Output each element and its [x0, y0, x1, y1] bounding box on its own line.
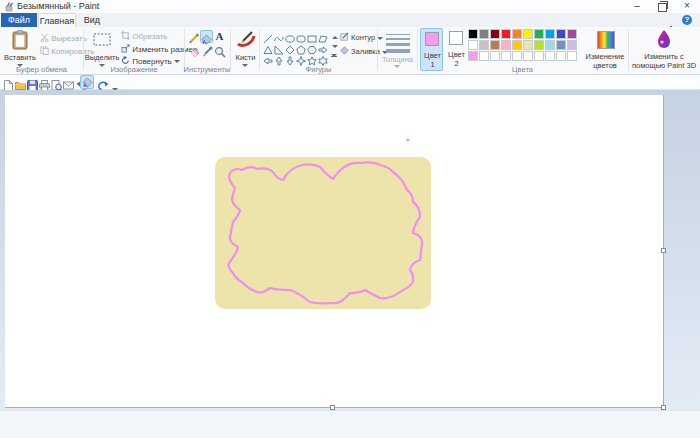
paint-window: Безымянный - Paint – × Файл Главная Вид …	[0, 0, 700, 438]
shape-pentagon-icon[interactable]	[296, 41, 306, 51]
shape-hexagon-icon[interactable]	[307, 41, 317, 51]
thickness-button[interactable]: Толщина	[379, 28, 416, 71]
shapes-more-button[interactable]	[331, 48, 337, 57]
palette-color[interactable]	[468, 29, 478, 39]
shape-four-point-star-icon[interactable]	[296, 52, 306, 62]
tab-home[interactable]: Главная	[38, 13, 76, 27]
text-tool[interactable]: A	[213, 30, 226, 43]
edit-with-paint3d-button[interactable]: Изменить с помощью Paint 3D	[630, 28, 698, 71]
palette-color[interactable]	[567, 40, 577, 50]
pencil-icon	[188, 32, 200, 44]
palette-color[interactable]	[501, 40, 511, 50]
print-preview-button[interactable]	[51, 77, 62, 88]
send-email-button[interactable]	[63, 77, 74, 88]
palette-color[interactable]	[567, 29, 577, 39]
close-button[interactable]: ×	[676, 0, 698, 13]
shape-rectangle-icon[interactable]	[307, 30, 317, 40]
clipboard-group-label: Буфер обмена	[0, 65, 83, 74]
shape-line-icon[interactable]	[263, 30, 273, 40]
shape-left-arrow-icon[interactable]	[263, 52, 273, 62]
shape-polygon-icon[interactable]	[318, 30, 328, 40]
color2-swatch	[449, 31, 463, 45]
palette-color[interactable]	[468, 40, 478, 50]
fill-color-icon	[82, 77, 93, 88]
shape-six-point-star-icon[interactable]	[318, 52, 328, 62]
shape-rounded-rectangle-icon[interactable]	[296, 30, 306, 40]
palette-color[interactable]	[523, 29, 533, 39]
open-button[interactable]	[15, 77, 26, 88]
shape-right-arrow-icon[interactable]	[318, 41, 328, 51]
minimize-button[interactable]: –	[626, 0, 648, 13]
shape-triangle-icon[interactable]	[263, 41, 273, 51]
palette-color[interactable]	[490, 51, 500, 61]
palette-color[interactable]	[512, 40, 522, 50]
cut-label: Вырезать	[51, 34, 87, 43]
brushes-button[interactable]: Кисти	[232, 28, 259, 71]
palette-color[interactable]	[479, 40, 489, 50]
palette-color[interactable]	[490, 29, 500, 39]
eraser-icon	[188, 46, 200, 58]
palette-color[interactable]	[556, 40, 566, 50]
print-button[interactable]	[39, 77, 50, 88]
paint-app-icon	[4, 2, 14, 12]
palette-color[interactable]	[545, 29, 555, 39]
palette-color[interactable]	[556, 51, 566, 61]
edit-colors-button[interactable]: Изменение цветов	[583, 28, 627, 71]
color1-button[interactable]: Цвет 1	[420, 28, 443, 71]
palette-color[interactable]	[490, 40, 500, 50]
palette-color[interactable]	[534, 29, 544, 39]
magnifier-tool[interactable]	[213, 44, 226, 57]
palette-color[interactable]	[479, 51, 489, 61]
text-tool-icon: A	[216, 30, 224, 42]
fill-tool-selected[interactable]	[200, 30, 213, 43]
palette-color[interactable]	[545, 40, 555, 50]
select-region-icon	[93, 33, 111, 46]
pencil-tool[interactable]	[187, 30, 200, 43]
palette-color[interactable]	[468, 51, 478, 61]
palette-color[interactable]	[567, 51, 577, 61]
resize-button[interactable]: Изменить размер	[121, 44, 197, 55]
shape-down-arrow-icon[interactable]	[285, 52, 295, 62]
palette-color[interactable]	[501, 51, 511, 61]
palette-color[interactable]	[534, 40, 544, 50]
palette-color[interactable]	[556, 29, 566, 39]
shape-up-arrow-icon[interactable]	[274, 52, 284, 62]
palette-color[interactable]	[479, 29, 489, 39]
shape-oval-icon[interactable]	[285, 30, 295, 40]
fill-color-qat-highlight[interactable]	[80, 75, 94, 89]
redo-button[interactable]	[97, 77, 108, 88]
color2-number: 2	[445, 59, 468, 68]
crop-button[interactable]: Обрезать	[121, 31, 168, 42]
cut-button[interactable]: Вырезать	[40, 33, 87, 44]
tab-file[interactable]: Файл	[1, 13, 37, 27]
crop-icon	[121, 31, 130, 40]
drawing-canvas[interactable]	[5, 95, 664, 408]
shapes-scroll-up-button[interactable]	[330, 30, 339, 38]
shapes-scroll-down-button[interactable]	[330, 39, 339, 47]
color2-button[interactable]: Цвет 2	[445, 28, 468, 71]
shape-curve-icon[interactable]	[274, 30, 284, 40]
palette-color[interactable]	[545, 51, 555, 61]
paint3d-label-line1: Изменить с	[630, 52, 698, 61]
shapes-group-label: Фигуры	[260, 65, 377, 74]
shape-right-triangle-icon[interactable]	[274, 41, 284, 51]
quick-access-toolbar	[0, 75, 700, 90]
help-icon[interactable]: ?	[682, 15, 692, 25]
restore-button[interactable]	[651, 0, 673, 13]
canvas-resize-handle-right[interactable]	[661, 248, 666, 253]
color-picker-tool[interactable]	[200, 44, 213, 57]
palette-color[interactable]	[501, 29, 511, 39]
palette-color[interactable]	[512, 51, 522, 61]
palette-color[interactable]	[512, 29, 522, 39]
palette-color[interactable]	[523, 40, 533, 50]
save-button[interactable]	[27, 77, 38, 88]
tab-view[interactable]: Вид	[77, 13, 107, 27]
palette-color[interactable]	[523, 51, 533, 61]
shape-diamond-icon[interactable]	[285, 41, 295, 51]
new-document-button[interactable]	[3, 77, 14, 88]
shape-five-point-star-icon[interactable]	[307, 52, 317, 62]
palette-color[interactable]	[534, 51, 544, 61]
eraser-tool[interactable]	[187, 44, 200, 57]
paste-label: Вставить	[3, 53, 37, 62]
cut-scissors-icon	[40, 33, 49, 42]
